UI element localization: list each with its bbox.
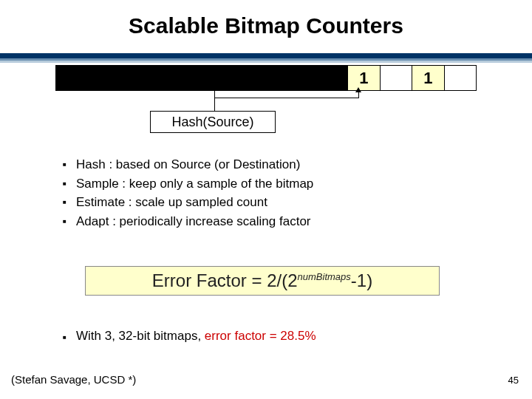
- bitmap-cell: [381, 66, 413, 90]
- page-number: 45: [508, 375, 519, 386]
- bullet-list: Hash : based on Source (or Destination) …: [63, 155, 313, 231]
- conclusion-item: With 3, 32-bit bitmaps, error factor = 2…: [63, 329, 316, 344]
- slide-title: Scalable Bitmap Counters: [0, 13, 532, 38]
- formula-text: Error Factor = 2/(2numBitmaps-1): [152, 270, 372, 291]
- bitmap-row: 1 1: [55, 65, 477, 91]
- divider-rule: [0, 53, 532, 63]
- slide: Scalable Bitmap Counters 1 1 Hash(Source…: [0, 0, 532, 399]
- bitmap-cell-set: 1: [412, 66, 445, 90]
- error-value: error factor = 28.5%: [205, 329, 316, 343]
- bitmap-cell: [445, 66, 477, 90]
- bullet-item: Estimate : scale up sampled count: [63, 193, 313, 212]
- bullet-item: Hash : based on Source (or Destination): [63, 155, 313, 174]
- hash-label-box: Hash(Source): [150, 111, 276, 133]
- bullet-item: Adapt : periodically increase scaling fa…: [63, 212, 313, 231]
- attribution: (Stefan Savage, UCSD *): [11, 373, 136, 386]
- bitmap-cell-set: 1: [348, 66, 381, 90]
- error-formula-box: Error Factor = 2/(2numBitmaps-1): [85, 266, 440, 296]
- bullet-item: Sample : keep only a sample of the bitma…: [63, 174, 313, 194]
- conclusion-list: With 3, 32-bit bitmaps, error factor = 2…: [63, 329, 316, 344]
- bitmap-sampled-region: [56, 66, 348, 90]
